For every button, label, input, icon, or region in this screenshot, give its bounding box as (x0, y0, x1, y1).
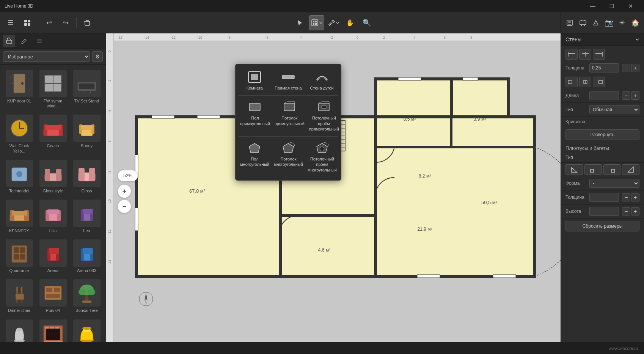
wall-align-left[interactable] (565, 49, 578, 60)
restore-button[interactable]: ❐ (603, 0, 620, 12)
list-item[interactable]: Puni 04 (37, 277, 69, 315)
list-item[interactable]: Lea (71, 197, 103, 236)
list-item[interactable]: Quadrante (3, 237, 35, 275)
list-item[interactable]: Wall Clock Yello... (3, 112, 35, 156)
thickness-input[interactable] (589, 63, 619, 72)
svg-rect-29 (46, 125, 61, 130)
skirting-type-3[interactable] (603, 164, 621, 175)
item-thumbnail (6, 279, 33, 307)
rt-btn6[interactable]: 🏠 (630, 15, 641, 30)
popup-poly-ceiling[interactable]: Потолок многоугольный (272, 138, 305, 176)
skirting-thickness-decrement[interactable]: − (622, 193, 630, 201)
popup-straight-wall[interactable]: Прямая стена (272, 67, 305, 94)
rt-btn4[interactable]: 📷 (603, 15, 615, 30)
svg-text:3,9 м²: 3,9 м² (474, 116, 486, 122)
rt-btn3[interactable] (590, 15, 602, 30)
length-decrement[interactable]: − (622, 91, 630, 100)
item-thumbnail (73, 115, 101, 142)
list-item[interactable]: KUP door 01 (3, 68, 35, 111)
popup-divider-1 (239, 95, 338, 96)
list-item[interactable]: Vase Teftonian (3, 317, 35, 342)
list-item[interactable]: Fireplace Brick (37, 317, 69, 342)
undo-button[interactable]: ↩ (41, 15, 57, 30)
library-button[interactable] (20, 15, 35, 30)
thickness-increment[interactable]: + (631, 64, 639, 72)
svg-rect-13 (6, 40, 12, 43)
skirting-type-2[interactable] (584, 164, 602, 175)
svg-text:0: 0 (357, 36, 358, 39)
redo-button[interactable]: ↪ (58, 15, 73, 30)
list-item[interactable]: Gloss (71, 157, 103, 196)
svg-text:67,0 м²: 67,0 м² (189, 188, 206, 194)
skirting-thickness-stepper: − + (622, 193, 639, 201)
skirting-height-input[interactable] (589, 207, 619, 216)
wall-align-right[interactable] (593, 49, 605, 60)
type-select[interactable]: Обычная (589, 105, 639, 114)
category-dropdown[interactable]: Избранное (3, 51, 90, 62)
list-item[interactable]: Bonsai Tree (71, 277, 103, 315)
zoom-out-button[interactable]: − (118, 200, 131, 213)
skirting-thickness-increment[interactable]: + (631, 193, 639, 201)
popup-arc-wall[interactable]: Стена дугой (306, 67, 338, 94)
minimize-button[interactable]: — (584, 0, 602, 12)
popup-rect-ceiling-hole[interactable]: Потолочный проём прямоугольный (308, 97, 341, 135)
skirting-type-1[interactable] (565, 164, 583, 175)
popup-poly-floor[interactable]: Пол многоугольный (239, 138, 271, 176)
length-input[interactable] (589, 91, 619, 100)
cursor-button[interactable] (292, 15, 308, 30)
pan-button[interactable]: ✋ (342, 15, 358, 30)
item-label: Lilia (49, 228, 57, 233)
popup-poly-ceiling-hole[interactable]: Потолочный проём многоугольный (306, 138, 338, 176)
length-align-center[interactable] (579, 77, 591, 87)
list-item[interactable]: Sunny (71, 112, 103, 156)
canvas-area[interactable]: -16 -14 -12 -10 -8 -6 -4 -2 0 2 4 6 8 0 … (106, 33, 561, 342)
zoom-search-button[interactable]: 🔍 (359, 15, 374, 30)
rt-btn2[interactable] (577, 15, 589, 30)
length-align-left[interactable] (565, 77, 578, 87)
list-item[interactable]: Arena 033 (71, 237, 103, 275)
list-item[interactable]: FW symm wind... (37, 68, 69, 111)
svg-rect-69 (21, 287, 22, 294)
list-item[interactable]: Gloss style (37, 157, 69, 196)
svg-rect-9 (315, 23, 317, 25)
svg-rect-5 (312, 20, 318, 26)
wall-align-center[interactable] (579, 49, 591, 60)
list-item[interactable]: Dinner chair (3, 277, 35, 315)
skirting-height-increment[interactable]: + (631, 207, 639, 216)
expand-button[interactable]: Развернуть (565, 129, 639, 140)
menu-button[interactable]: ☰ (3, 15, 18, 30)
popup-rect-ceiling[interactable]: Потолок прямоугольный (273, 97, 306, 135)
svg-rect-155 (282, 76, 294, 79)
category-settings-button[interactable]: ⚙ (92, 51, 103, 62)
tab-draw[interactable] (18, 35, 30, 47)
popup-room[interactable]: Комната (239, 67, 271, 94)
list-item[interactable]: Arena (37, 237, 69, 275)
thickness-decrement[interactable]: − (622, 64, 630, 72)
skirting-type-4[interactable] (622, 164, 639, 175)
popup-rect-ceiling-hole-label: Потолочный проём прямоугольный (309, 115, 339, 132)
zoom-in-button[interactable]: + (118, 184, 131, 198)
tab-furniture[interactable] (3, 35, 15, 47)
list-item[interactable]: TV Set Stand (71, 68, 103, 111)
list-item[interactable]: Lilia (37, 197, 69, 236)
popup-rect-floor[interactable]: Пол прямоугольный (239, 97, 272, 135)
skirting-thickness-input[interactable] (589, 193, 619, 202)
list-item[interactable]: Techmodel (3, 157, 35, 196)
svg-rect-62 (49, 248, 59, 254)
rt-btn1[interactable] (564, 15, 576, 30)
length-align-right[interactable] (593, 77, 605, 87)
skirting-shape-select[interactable]: - (589, 179, 639, 188)
rt-btn5[interactable]: ☀ (616, 15, 628, 30)
skirting-height-decrement[interactable]: − (622, 207, 630, 216)
length-increment[interactable]: + (631, 91, 639, 100)
delete-button[interactable] (80, 15, 95, 30)
walls-button[interactable] (309, 15, 324, 30)
list-item[interactable]: Pot (71, 317, 103, 342)
tab-list[interactable] (33, 35, 46, 47)
list-item[interactable]: Coach (37, 112, 69, 156)
reset-button[interactable]: Сбросить размеры (565, 221, 639, 231)
svg-point-82 (16, 328, 22, 331)
tools-button[interactable] (326, 15, 341, 30)
close-button[interactable]: ✕ (622, 0, 639, 12)
list-item[interactable]: KENNEDY (3, 197, 35, 236)
